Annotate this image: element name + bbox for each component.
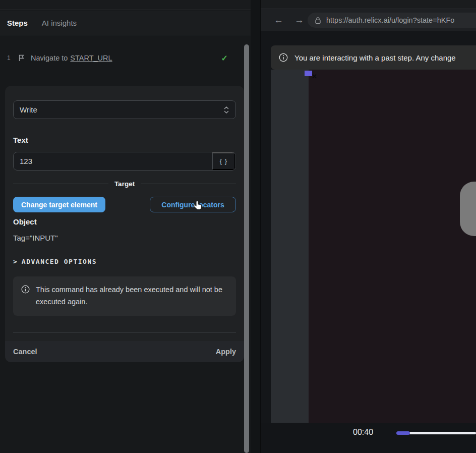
editor-footer: Cancel Apply (5, 341, 244, 362)
browser-top-strip (261, 0, 476, 9)
past-step-notice: You are interacting with a past step. An… (271, 45, 476, 70)
chevron-right-icon: > (13, 258, 17, 265)
divider-line (13, 184, 108, 184)
playback-progress-elapsed (396, 431, 410, 435)
app-window: Steps AI insights 1 Navigate to START_UR… (0, 0, 476, 453)
url-text: https://auth.relicx.ai/u/login?state=hKF… (326, 16, 454, 24)
object-label: Object (13, 217, 37, 226)
advanced-options-toggle[interactable]: > ADVANCED OPTIONS (13, 258, 97, 265)
insert-variable-button[interactable]: { } (212, 152, 235, 170)
browser-replay-pane: ← → https://auth.relicx.ai/u/login?state… (261, 0, 476, 453)
playback-progress-bar[interactable] (397, 432, 476, 434)
browser-back-button[interactable]: ← (274, 15, 283, 25)
apply-button[interactable]: Apply (216, 348, 236, 356)
step-success-check-icon: ✓ (221, 53, 228, 63)
replay-cursor-mark: ✕ (312, 73, 317, 80)
replay-highlight-badge (305, 71, 312, 76)
divider-line (141, 184, 236, 184)
select-chevrons-icon (223, 105, 229, 115)
executed-info-banner: This command has already been executed a… (13, 276, 236, 316)
cancel-button[interactable]: Cancel (13, 348, 37, 356)
target-divider: Target (13, 179, 236, 188)
collapsed-side-handle[interactable] (460, 182, 476, 236)
panel-separator[interactable] (251, 0, 261, 453)
lock-icon (315, 17, 321, 24)
step-row-1[interactable]: 1 Navigate to START_URL ✓ (0, 50, 242, 66)
panel-top-strip (0, 0, 251, 10)
info-circle-icon (21, 285, 30, 308)
footer-divider (13, 332, 236, 333)
replay-screenshot-area[interactable] (309, 70, 476, 423)
steps-scrollbar[interactable] (244, 44, 249, 453)
step-start-url-link[interactable]: START_URL (70, 54, 112, 62)
step-number: 1 (7, 54, 15, 62)
browser-toolbar: ← → https://auth.relicx.ai/u/login?state… (261, 9, 476, 31)
command-select[interactable]: Write (13, 100, 236, 119)
target-section-label: Target (114, 180, 135, 188)
executed-info-text: This command has already been executed a… (36, 284, 228, 308)
address-bar[interactable]: https://auth.relicx.ai/u/login?state=hKF… (308, 13, 476, 28)
step-description: Navigate to (31, 54, 68, 62)
playback-time: 00:40 (353, 428, 373, 437)
info-circle-icon (279, 53, 288, 62)
command-select-value: Write (20, 105, 37, 114)
change-target-element-button[interactable]: Change target element (13, 197, 105, 212)
replay-letterbox-strip (271, 70, 309, 423)
advanced-options-label: ADVANCED OPTIONS (22, 258, 97, 265)
configure-locators-button[interactable]: Configure locators (150, 197, 236, 212)
object-tag-value: Tag="INPUT" (13, 234, 58, 242)
replay-player-bar: 00:40 (261, 423, 476, 453)
tab-ai-insights[interactable]: AI insights (42, 19, 77, 27)
flag-icon (18, 54, 25, 62)
tab-steps[interactable]: Steps (7, 19, 28, 27)
text-input-group: { } (13, 152, 236, 171)
target-buttons-row: Change target element Configure locators (13, 197, 236, 212)
steps-panel: Steps AI insights 1 Navigate to START_UR… (0, 0, 251, 453)
past-step-notice-text: You are interacting with a past step. An… (294, 53, 456, 62)
step-editor-card: Write Text { } Target Change target elem… (5, 86, 244, 362)
text-input[interactable] (14, 152, 212, 170)
panel-tabbar: Steps AI insights (0, 11, 251, 35)
browser-forward-button[interactable]: → (294, 15, 304, 25)
text-field-label: Text (13, 136, 28, 144)
